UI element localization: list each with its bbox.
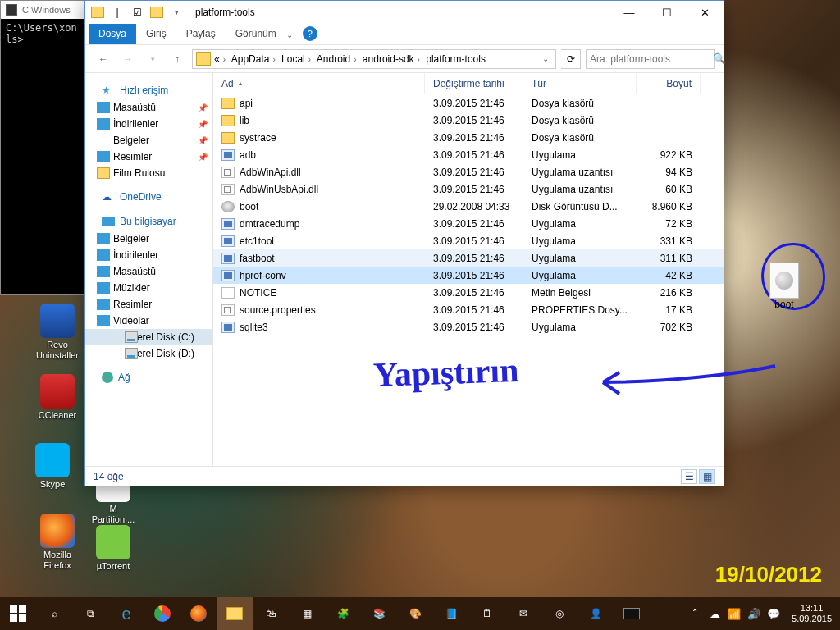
breadcrumb[interactable]: « › AppData› Local› Android› android-sdk… (192, 49, 556, 69)
sidebar-item[interactable]: Masaüstü (85, 263, 212, 280)
file-row[interactable]: sqlite3 3.09.2015 21:46 Uygulama 702 KB (213, 318, 724, 336)
chevron-down-icon[interactable]: ⌄ (539, 54, 552, 63)
sidebar-item[interactable]: Yerel Disk (C:) (85, 329, 212, 345)
view-details-button[interactable]: ☰ (681, 469, 697, 484)
file-row[interactable]: NOTICE 3.09.2015 21:46 Metin Belgesi 216… (213, 284, 724, 301)
column-size[interactable]: Boyut (637, 73, 701, 94)
maximize-button[interactable]: ☐ (648, 1, 686, 24)
taskbar-clock[interactable]: 13:11 5.09.2015 (783, 603, 840, 624)
sidebar-group-network[interactable]: Ağ (85, 368, 212, 386)
taskbar-app-firefox[interactable] (180, 597, 217, 630)
view-large-button[interactable]: ▦ (699, 469, 715, 484)
nav-up-button[interactable]: ↑ (167, 49, 187, 69)
explorer-titlebar[interactable]: | ☑ ▾ platform-tools — ☐ ✕ (85, 1, 724, 24)
sidebar-item[interactable]: İndirilenler (85, 247, 212, 263)
sidebar-item[interactable]: Belgeler 📌 (85, 132, 212, 148)
sidebar-item[interactable]: Resimler 📌 (85, 148, 212, 165)
taskbar-app-4[interactable]: 📘 (433, 597, 469, 630)
desktop-icon[interactable]: Skype (21, 443, 84, 490)
sidebar-item[interactable]: Belgeler (85, 231, 212, 247)
file-list[interactable]: Ad▴ Değiştirme tarihi Tür Boyut api 3.09… (213, 73, 724, 466)
taskbar-app-1[interactable]: 🧩 (325, 597, 361, 630)
file-row[interactable]: etc1tool 3.09.2015 21:46 Uygulama 331 KB (213, 232, 724, 249)
taskbar-app-explorer[interactable] (217, 597, 253, 630)
taskview-button[interactable]: ⧉ (72, 597, 108, 630)
system-tray[interactable]: ˆ ☁ 📶 🔊 💬 13:11 5.09.2015 (685, 597, 840, 630)
file-row[interactable]: adb 3.09.2015 21:46 Uygulama 922 KB (213, 146, 724, 163)
taskbar-app-3[interactable]: 🎨 (397, 597, 433, 630)
taskbar-app-6[interactable]: 👤 (578, 597, 614, 630)
taskbar-app-calculator[interactable]: ▦ (289, 597, 325, 630)
taskbar-app-store[interactable]: 🛍 (253, 597, 289, 630)
column-date[interactable]: Değiştirme tarihi (425, 73, 523, 94)
start-button[interactable] (0, 597, 36, 630)
taskbar-app-mail[interactable]: ✉ (505, 597, 541, 630)
desktop-icon[interactable]: Mozilla Firefox (26, 514, 89, 571)
refresh-button[interactable]: ⟳ (561, 49, 581, 69)
tray-notifications-icon[interactable]: 💬 (764, 597, 783, 630)
help-icon[interactable]: ? (303, 26, 317, 41)
file-row[interactable]: fastboot 3.09.2015 21:46 Uygulama 311 KB (213, 249, 724, 267)
sidebar-item[interactable]: Masaüstü 📌 (85, 99, 212, 116)
sidebar-item[interactable]: Resimler (85, 296, 212, 313)
tray-overflow-icon[interactable]: ˆ (685, 597, 705, 630)
breadcrumb-segment[interactable]: Local (281, 53, 305, 65)
taskbar-app-edge[interactable]: e (108, 597, 144, 630)
search-box[interactable]: 🔍 (586, 49, 715, 69)
breadcrumb-segment[interactable]: android-sdk (363, 53, 414, 65)
taskbar-app-media[interactable]: ◎ (541, 597, 578, 630)
ribbon-tab-file[interactable]: Dosya (89, 24, 136, 44)
qat-dropdown-icon[interactable]: ▾ (167, 3, 185, 21)
nav-recent-icon[interactable]: ▾ (143, 49, 162, 69)
file-row[interactable]: api 3.09.2015 21:46 Dosya klasörü (213, 94, 724, 112)
close-button[interactable]: ✕ (686, 1, 724, 24)
breadcrumb-segment[interactable]: platform-tools (426, 53, 486, 65)
sidebar-item[interactable]: Müzikler (85, 280, 212, 296)
file-row[interactable]: AdbWinApi.dll 3.09.2015 21:46 Uygulama u… (213, 163, 724, 180)
qat-properties-icon[interactable]: ☑ (128, 3, 146, 21)
file-row[interactable]: source.properties 3.09.2015 21:46 PROPER… (213, 301, 724, 318)
sidebar-group-quickaccess[interactable]: ★ Hızlı erişim (85, 81, 212, 99)
file-row[interactable]: systrace 3.09.2015 21:46 Dosya klasörü (213, 129, 724, 146)
taskbar-app-5[interactable]: 🗒 (469, 597, 505, 630)
sidebar-item[interactable]: Film Rulosu (85, 165, 212, 181)
explorer-window[interactable]: | ☑ ▾ platform-tools — ☐ ✕ Dosya Giriş P… (84, 0, 724, 486)
desktop-file-boot[interactable]: boot (761, 262, 807, 310)
file-row[interactable]: hprof-conv 3.09.2015 21:46 Uygulama 42 K… (213, 267, 724, 284)
desktop-icon[interactable]: Revo Uninstaller (26, 304, 89, 361)
file-row[interactable]: lib 3.09.2015 21:46 Dosya klasörü (213, 112, 724, 129)
column-headers[interactable]: Ad▴ Değiştirme tarihi Tür Boyut (213, 73, 724, 94)
sidebar-item[interactable]: Yerel Disk (D:) (85, 345, 212, 362)
file-row[interactable]: dmtracedump 3.09.2015 21:46 Uygulama 72 … (213, 215, 724, 232)
tray-volume-icon[interactable]: 🔊 (744, 597, 764, 630)
breadcrumb-segment[interactable]: Android (317, 53, 350, 65)
ribbon-expand-icon[interactable]: ⌄ (286, 30, 299, 39)
file-row[interactable]: boot 29.02.2008 04:33 Disk Görüntüsü D..… (213, 198, 724, 215)
column-name[interactable]: Ad▴ (213, 73, 425, 94)
search-icon[interactable]: 🔍 (713, 52, 726, 65)
breadcrumb-segment[interactable]: AppData (231, 53, 270, 65)
taskbar-app-cmd[interactable] (614, 597, 650, 630)
sidebar-item[interactable]: İndirilenler 📌 (85, 116, 212, 132)
nav-forward-button[interactable]: → (118, 49, 138, 69)
nav-back-button[interactable]: ← (94, 49, 113, 69)
ribbon-tab-view[interactable]: Görünüm (226, 24, 286, 44)
file-row[interactable]: AdbWinUsbApi.dll 3.09.2015 21:46 Uygulam… (213, 180, 724, 198)
navigation-pane[interactable]: ★ Hızlı erişim Masaüstü 📌 İndirilenler 📌… (85, 73, 213, 466)
minimize-button[interactable]: — (610, 1, 648, 24)
tray-onedrive-icon[interactable]: ☁ (705, 597, 724, 630)
taskbar-app-2[interactable]: 📚 (361, 597, 397, 630)
desktop-icon[interactable]: µTorrent (82, 525, 144, 572)
sidebar-item[interactable]: Videolar (85, 313, 212, 329)
ribbon-tab-share[interactable]: Paylaş (176, 24, 226, 44)
search-button[interactable]: ⌕ (36, 597, 72, 630)
qat-newfolder-icon[interactable] (148, 3, 166, 21)
column-type[interactable]: Tür (523, 73, 637, 94)
sidebar-group-thispc[interactable]: Bu bilgisayar (85, 212, 212, 231)
tray-network-icon[interactable]: 📶 (724, 597, 744, 630)
taskbar[interactable]: ⌕ ⧉ e 🛍 ▦ 🧩 📚 🎨 📘 🗒 ✉ ◎ 👤 ˆ ☁ 📶 🔊 💬 13:1… (0, 597, 840, 630)
ribbon-tab-home[interactable]: Giriş (136, 24, 176, 44)
taskbar-app-chrome[interactable] (144, 597, 180, 630)
search-input[interactable] (590, 53, 713, 65)
sidebar-group-onedrive[interactable]: ☁ OneDrive (85, 188, 212, 206)
